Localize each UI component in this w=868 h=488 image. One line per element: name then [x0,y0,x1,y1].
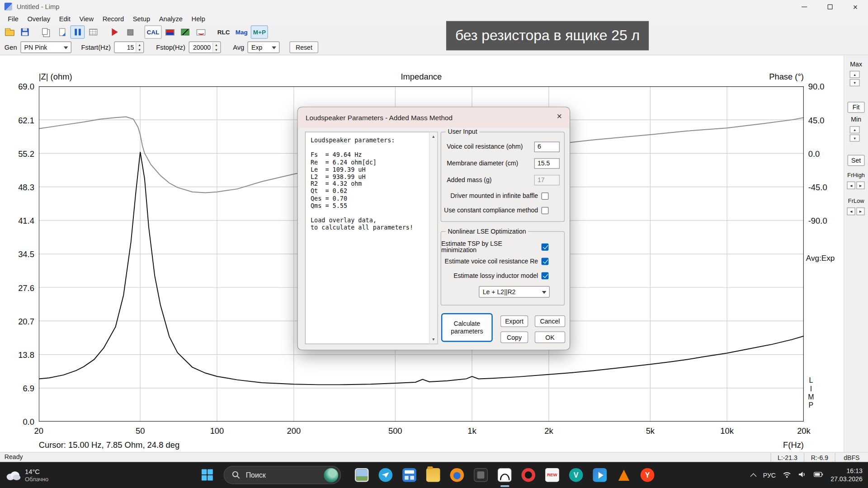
fft-button[interactable] [178,25,193,38]
taskbar-vlc[interactable] [612,462,636,488]
magnitude-button[interactable]: Mag [233,25,250,38]
calibrate-button[interactable]: CAL [145,25,161,38]
pause-button[interactable] [71,25,85,38]
copy-icon [42,28,47,35]
user-input-legend: User Input [446,128,480,135]
voice-coil-resistance-ohm--field[interactable]: 6 [534,141,560,152]
ok-button[interactable]: OK [535,331,565,343]
maximize-button[interactable] [817,0,842,13]
taskbar-screenshot-tool[interactable] [469,462,493,488]
frhigh-left-button[interactable]: ◄ [847,182,855,189]
max-up-button[interactable]: ▲ [850,71,860,78]
frlow-left-button[interactable]: ◄ [847,207,855,215]
min-down-button[interactable]: ▼ [850,135,860,142]
overlay-colors-button[interactable] [163,25,177,38]
battery-icon[interactable] [814,471,824,479]
scrollbar[interactable]: ▲ ▼ [429,132,437,344]
menu-edit[interactable]: Edit [55,14,75,24]
phase-axis-label: Phase (°) [39,72,804,81]
menu-setup[interactable]: Setup [128,14,155,24]
record-button[interactable] [108,25,122,38]
use-constant-compliance-method-checkbox[interactable] [542,206,549,214]
gen-select[interactable]: PN Pink [20,42,71,53]
avg-select[interactable]: Exp [248,42,280,53]
search-box[interactable]: Поиск [224,466,341,484]
close-button[interactable]: × [843,0,868,13]
estimate-tsp-by-lse-minimization-checkbox[interactable] [542,243,549,250]
language-indicator[interactable]: РУС [763,472,776,479]
taskbar-yandex[interactable]: Y [636,462,660,488]
frhigh-right-button[interactable]: ► [856,182,864,189]
reset-button[interactable]: Reset [290,42,319,53]
start-button[interactable] [202,469,213,483]
taskbar-calculator[interactable] [397,462,421,488]
signal-button[interactable] [193,25,208,38]
clock[interactable]: 16:13 27.03.2026 [830,467,862,483]
membrane-diameter-cm--field[interactable]: 15.5 [534,158,560,169]
menu-record[interactable]: Record [98,14,128,24]
spectrum-table-button[interactable] [86,25,100,38]
search-highlight-image[interactable] [324,468,338,482]
rlc-button[interactable]: RLC [215,25,232,38]
save-button[interactable] [18,25,32,38]
estimate-lossy-inductor-model-checkbox[interactable] [542,272,549,279]
min-up-button[interactable]: ▲ [850,126,860,133]
scroll-down-icon[interactable]: ▼ [429,335,437,343]
taskbar-file-explorer[interactable] [421,462,445,488]
taskbar-limp[interactable] [493,462,517,488]
z-tick-label: 27.6 [8,283,34,292]
set-button[interactable]: Set [848,155,865,166]
gen-label: Gen [5,43,17,51]
copy-button[interactable]: Copy [500,331,528,343]
wifi-icon[interactable] [783,471,791,479]
rew-icon: REW [545,468,559,482]
scroll-up-icon[interactable]: ▲ [429,132,437,141]
fstop-input[interactable]: 20000▲▼ [189,42,221,53]
parameters-listbox[interactable]: Loudspeaker parameters: Fs = 49.64 HzRe … [305,131,438,344]
tray-chevron-up-icon[interactable] [750,473,757,479]
fstart-input[interactable]: 15▲▼ [114,42,144,53]
dialog-close-button[interactable]: × [557,112,561,122]
lse-legend: Nonlinear LSE Optimization [446,228,528,235]
estimate-voice-coil-resistance-re-checkbox[interactable] [542,258,549,265]
wave-icon [196,29,205,35]
stop-button[interactable] [123,25,137,38]
volume-icon[interactable] [798,471,807,479]
frhigh-arrows[interactable]: ◄► [847,182,864,189]
taskbar-photos[interactable] [350,462,374,488]
minimize-button[interactable] [792,0,817,13]
checkbox-row: Estimate TSP by LSE minimization [441,242,549,252]
parameter-line: Fs = 49.64 Hz [311,151,429,159]
taskbar-voicemeeter[interactable]: V [564,462,588,488]
menu-overlay[interactable]: Overlay [23,14,55,24]
mag-phase-button[interactable]: M+P [251,25,268,38]
driver-mounted-in-infinite-baffle-checkbox[interactable] [542,192,549,200]
taskbar-browser[interactable] [445,462,469,488]
fstart-spinner[interactable]: ▲▼ [136,42,143,52]
export-button[interactable]: Export [500,315,528,327]
parameters-text: Loudspeaker parameters: Fs = 49.64 HzRe … [306,132,429,344]
parameter-line: Qes = 0.70 [311,195,429,202]
inductor-model-select[interactable]: Le + L2||R2 [479,286,550,298]
cancel-button[interactable]: Cancel [535,315,565,327]
frlow-right-button[interactable]: ► [856,207,864,215]
taskbar-opera-gx[interactable] [516,462,540,488]
calculate-parameters-button[interactable]: Calculate parameters [441,313,493,342]
weather-widget[interactable]: 14°C Облачно [5,462,48,488]
menu-analyze[interactable]: Analyze [155,14,187,24]
taskbar-telegram[interactable] [374,462,398,488]
taskbar-rew[interactable]: REW [540,462,564,488]
taskbar-media-player[interactable] [588,462,612,488]
max-down-button[interactable]: ▼ [850,79,860,86]
menu-view[interactable]: View [75,14,98,24]
edit-notes-button[interactable] [55,25,69,38]
menu-file[interactable]: File [3,14,23,24]
dialog-title-bar[interactable]: Loudspeaker Parameters - Added Mass Meth… [298,108,570,128]
frlow-arrows[interactable]: ◄► [847,207,864,215]
copy-button[interactable] [39,25,54,38]
avg-mode-readout: Avg:Exp [806,253,835,263]
menu-help[interactable]: Help [187,14,210,24]
open-button[interactable] [2,25,17,38]
fstop-spinner[interactable]: ▲▼ [212,42,220,52]
fit-button[interactable]: Fit [848,102,865,113]
